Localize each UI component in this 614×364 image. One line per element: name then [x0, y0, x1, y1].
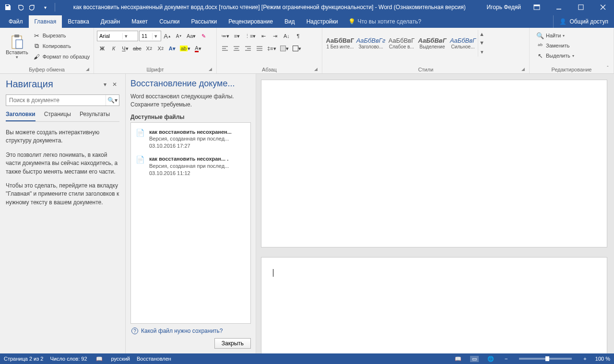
nav-tab-pages[interactable]: Страницы: [44, 111, 71, 121]
shading-icon[interactable]: ▾: [279, 43, 290, 54]
share-button[interactable]: 👤Общий доступ: [553, 15, 614, 28]
status-language[interactable]: русский: [111, 356, 130, 362]
tab-view[interactable]: Вид: [279, 15, 301, 28]
title-bar: ▾ как восстановить несохраненный докумен…: [0, 0, 614, 14]
underline-button[interactable]: Ч▾: [120, 43, 130, 54]
tab-file[interactable]: Файл: [3, 15, 29, 28]
multilevel-icon[interactable]: ⋮≡▾: [243, 31, 257, 41]
search-icon[interactable]: 🔍▾: [106, 95, 119, 106]
style-gallery[interactable]: АаБбВвГ1 Без инте... АаБбВвГгЗаголово...…: [325, 30, 478, 57]
tab-review[interactable]: Рецензирование: [223, 15, 279, 28]
bullets-icon[interactable]: ≔▾: [220, 31, 231, 41]
select-button[interactable]: ↖Выделить▾: [534, 51, 576, 60]
undo-icon[interactable]: [14, 1, 26, 13]
ribbon-display-icon[interactable]: [526, 0, 548, 14]
scissors-icon: ✂: [33, 32, 41, 39]
highlight-icon[interactable]: ab▾: [178, 43, 192, 54]
borders-icon[interactable]: ▾: [291, 43, 303, 54]
chevron-down-icon[interactable]: ▾: [152, 33, 159, 39]
tab-insert[interactable]: Вставка: [62, 15, 95, 28]
nav-search[interactable]: 🔍▾: [6, 94, 119, 106]
tab-references[interactable]: Ссылки: [154, 15, 185, 28]
nav-tab-headings[interactable]: Заголовки: [6, 111, 35, 121]
justify-icon[interactable]: [254, 43, 265, 54]
zoom-level[interactable]: 100 %: [595, 356, 610, 362]
nav-menu-icon[interactable]: ▾: [100, 81, 110, 88]
show-marks-icon[interactable]: ¶: [293, 31, 303, 41]
document-area[interactable]: [256, 74, 614, 353]
sort-icon[interactable]: A↓: [281, 31, 292, 41]
tab-layout[interactable]: Макет: [126, 15, 154, 28]
align-right-icon[interactable]: [243, 43, 253, 54]
italic-button[interactable]: К: [108, 43, 119, 54]
close-icon[interactable]: [592, 0, 614, 14]
recovery-item[interactable]: 📄 как восстановить несохран... . Версия,…: [132, 153, 249, 180]
replace-button[interactable]: ᵃᵇЗаменить: [534, 41, 571, 50]
qat-customize-icon[interactable]: ▾: [39, 1, 51, 13]
zoom-out-icon[interactable]: −: [503, 356, 509, 362]
align-center-icon[interactable]: [231, 43, 242, 54]
find-button[interactable]: 🔍Найти▾: [534, 31, 567, 40]
tab-addins[interactable]: Надстройки: [301, 15, 344, 28]
recovery-close-button[interactable]: Закрыть: [214, 338, 251, 349]
status-words[interactable]: Число слов: 92: [50, 356, 87, 362]
tab-design[interactable]: Дизайн: [95, 15, 126, 28]
align-left-icon[interactable]: [220, 43, 230, 54]
font-color-icon[interactable]: A▾: [193, 43, 203, 54]
recovery-help-link[interactable]: ?Какой файл нужно сохранить?: [130, 324, 251, 338]
strike-button[interactable]: abc: [131, 43, 143, 54]
nav-tabs: Заголовки Страницы Результаты: [6, 111, 119, 122]
superscript-button[interactable]: X2: [155, 43, 166, 54]
dialog-launcher-icon[interactable]: ◢: [312, 66, 319, 72]
styles-more-icon[interactable]: ▲▼▾: [478, 30, 485, 57]
web-layout-icon[interactable]: 🌐: [485, 356, 496, 362]
style-item[interactable]: АаБбВвГгЗаголово...: [356, 30, 386, 57]
style-item[interactable]: АаБбВвГСильное...: [448, 30, 478, 57]
font-size-combo[interactable]: ▾: [139, 31, 161, 41]
clear-formatting-icon[interactable]: ✎: [198, 31, 209, 41]
line-spacing-icon[interactable]: ‡≡▾: [266, 43, 278, 54]
subscript-button[interactable]: X2: [144, 43, 154, 54]
minimize-icon[interactable]: [548, 0, 570, 14]
tab-mailings[interactable]: Рассылки: [185, 15, 223, 28]
document-page[interactable]: [261, 80, 607, 247]
user-name[interactable]: Игорь Федяй: [482, 4, 526, 11]
increase-indent-icon[interactable]: ⇥: [270, 31, 280, 41]
redo-icon[interactable]: [27, 1, 38, 13]
search-input[interactable]: [6, 95, 106, 106]
nav-close-icon[interactable]: ✕: [110, 81, 119, 88]
status-page[interactable]: Страница 2 из 2: [4, 356, 43, 362]
document-page[interactable]: [261, 257, 607, 353]
tell-me[interactable]: 💡Что вы хотите сделать?: [343, 15, 426, 28]
font-name-combo[interactable]: ▾: [97, 31, 138, 41]
nav-tab-results[interactable]: Результаты: [80, 111, 110, 121]
paste-button[interactable]: Вставить ▼: [3, 30, 31, 63]
zoom-in-icon[interactable]: +: [581, 356, 588, 362]
increase-font-icon[interactable]: A▲: [162, 31, 173, 41]
bold-button[interactable]: Ж: [97, 43, 107, 54]
chevron-down-icon[interactable]: ▾: [122, 33, 129, 39]
read-mode-icon[interactable]: 📖: [453, 356, 463, 362]
style-item[interactable]: АаБбВвГСлабое в...: [387, 30, 416, 57]
dialog-launcher-icon[interactable]: ◢: [84, 66, 91, 72]
numbering-icon[interactable]: ≡▾: [232, 31, 242, 41]
save-icon[interactable]: [2, 1, 13, 13]
copy-button[interactable]: ⧉Копировать: [31, 41, 92, 51]
style-item[interactable]: АаБбВвГ1 Без инте...: [325, 30, 355, 57]
decrease-font-icon[interactable]: A▼: [174, 31, 184, 41]
format-painter-button[interactable]: 🖌Формат по образцу: [31, 52, 92, 61]
dialog-launcher-icon[interactable]: ◢: [207, 66, 213, 72]
tab-home[interactable]: Главная: [29, 15, 62, 28]
collapse-ribbon-icon[interactable]: ˆ: [603, 66, 612, 72]
style-item[interactable]: АаБбВвГВыделение: [417, 30, 447, 57]
text-effects-icon[interactable]: A▾: [167, 43, 177, 54]
zoom-slider[interactable]: [519, 358, 572, 360]
decrease-indent-icon[interactable]: ⇤: [258, 31, 269, 41]
recovery-item[interactable]: 📄 как восстановить несохранен... Версия,…: [132, 126, 249, 153]
spellcheck-icon[interactable]: 📖: [94, 356, 105, 362]
dialog-launcher-icon[interactable]: ◢: [520, 66, 526, 72]
change-case-icon[interactable]: Aa▾: [185, 31, 197, 41]
maximize-icon[interactable]: [570, 0, 592, 14]
cut-button[interactable]: ✂Вырезать: [31, 31, 92, 40]
print-layout-icon[interactable]: ▭: [470, 356, 479, 362]
